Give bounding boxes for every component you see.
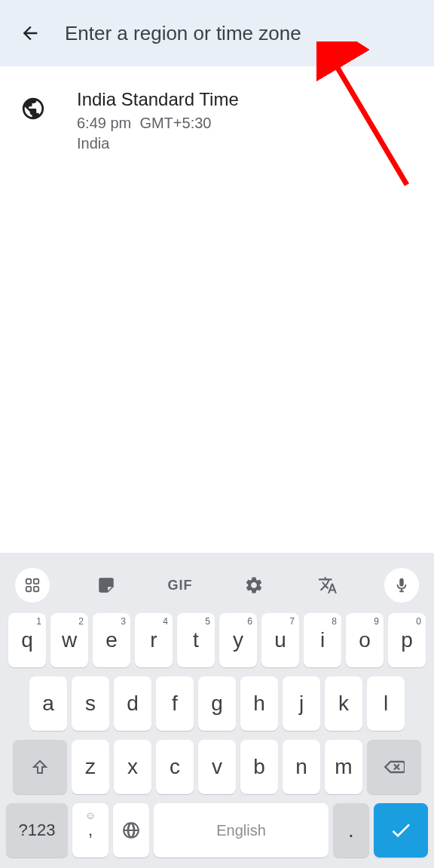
key-y[interactable]: y6 [219, 613, 257, 667]
check-icon [389, 818, 413, 842]
result-subtitle: 6:49 pm GMT+5:30 [77, 115, 416, 132]
key-d[interactable]: d [114, 676, 151, 731]
key-shift[interactable] [13, 740, 67, 794]
svg-rect-4 [26, 587, 31, 591]
result-time: 6:49 pm [77, 115, 131, 131]
key-backspace[interactable] [367, 740, 421, 794]
key-period[interactable]: . [333, 803, 369, 857]
key-space[interactable]: English [154, 803, 329, 857]
keyboard-row-1: q1w2e3r4t5y6u7i8o9p0 [5, 613, 429, 667]
mic-icon[interactable] [384, 568, 419, 603]
key-k[interactable]: k [325, 676, 362, 731]
key-comma[interactable]: ☺ , [72, 803, 108, 857]
key-c[interactable]: c [156, 740, 194, 794]
arrow-back-icon [20, 23, 41, 44]
search-header [0, 0, 434, 66]
keyboard-row-2: asdfghjkl [5, 676, 429, 731]
key-language[interactable] [113, 803, 149, 857]
result-offset: GMT+5:30 [139, 115, 211, 131]
key-v[interactable]: v [198, 740, 236, 794]
globe-icon [18, 94, 48, 124]
key-r[interactable]: r4 [135, 613, 173, 667]
key-x[interactable]: x [114, 740, 151, 794]
timezone-result[interactable]: India Standard Time 6:49 pm GMT+5:30 Ind… [0, 66, 434, 152]
key-p[interactable]: p0 [388, 613, 426, 667]
key-t[interactable]: t5 [177, 613, 215, 667]
key-h[interactable]: h [240, 676, 278, 731]
translate-icon[interactable] [310, 568, 345, 603]
keyboard-toolbar: GIF [5, 562, 429, 613]
on-screen-keyboard: GIF q1w2e3r4t5y6u7i8o9p0 asdfghjkl zxcvb… [0, 553, 434, 868]
keyboard-row-4: ?123 ☺ , English . [5, 803, 429, 857]
key-w[interactable]: w2 [50, 613, 88, 667]
key-g[interactable]: g [198, 676, 236, 731]
key-symbols[interactable]: ?123 [6, 803, 68, 857]
result-title: India Standard Time [77, 89, 416, 110]
settings-icon[interactable] [237, 568, 271, 603]
key-enter[interactable] [374, 803, 428, 857]
gif-button[interactable]: GIF [163, 568, 197, 603]
svg-rect-3 [34, 579, 38, 584]
globe-language-icon [121, 820, 141, 840]
key-e[interactable]: e3 [93, 613, 130, 667]
key-s[interactable]: s [72, 676, 109, 731]
key-q[interactable]: q1 [8, 613, 46, 667]
key-l[interactable]: l [367, 676, 405, 731]
back-button[interactable] [12, 15, 48, 51]
key-i[interactable]: i8 [304, 613, 341, 667]
key-o[interactable]: o9 [346, 613, 384, 667]
svg-rect-2 [26, 579, 31, 584]
key-u[interactable]: u7 [261, 613, 299, 667]
svg-rect-5 [34, 587, 38, 591]
keyboard-more-icon[interactable] [15, 568, 50, 603]
key-a[interactable]: a [29, 676, 67, 731]
shift-icon [31, 758, 49, 776]
backspace-icon [384, 756, 405, 778]
key-f[interactable]: f [156, 676, 194, 731]
sticker-icon[interactable] [89, 568, 124, 603]
key-m[interactable]: m [325, 740, 362, 794]
keyboard-row-3: zxcvbnm [5, 740, 429, 794]
key-b[interactable]: b [240, 740, 278, 794]
key-j[interactable]: j [283, 676, 320, 731]
key-n[interactable]: n [283, 740, 320, 794]
emoji-hint-icon: ☺ [85, 809, 96, 821]
result-region: India [77, 135, 416, 152]
key-z[interactable]: z [72, 740, 109, 794]
result-text-block: India Standard Time 6:49 pm GMT+5:30 Ind… [77, 89, 416, 152]
search-input[interactable] [65, 22, 422, 45]
